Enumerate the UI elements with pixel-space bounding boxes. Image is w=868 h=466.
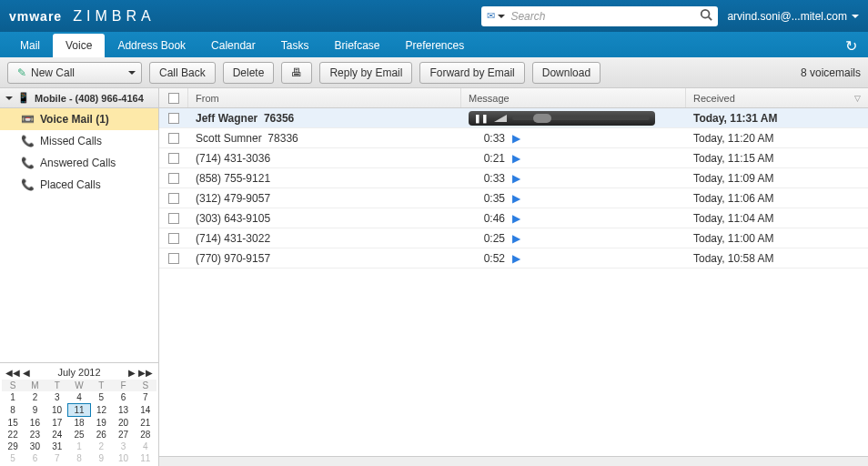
calendar-day[interactable]: 19 xyxy=(90,417,112,430)
tab-voice[interactable]: Voice xyxy=(53,34,105,57)
tab-tasks[interactable]: Tasks xyxy=(268,34,322,57)
calendar-day[interactable]: 3 xyxy=(112,441,134,452)
play-icon[interactable]: ▶ xyxy=(512,132,520,145)
voicemail-row[interactable]: (858) 755-91210:33▶Today, 11:09 AM xyxy=(159,168,868,188)
calendar-day[interactable]: 5 xyxy=(2,452,24,464)
volume-icon[interactable] xyxy=(494,115,507,122)
tab-preferences[interactable]: Preferences xyxy=(393,34,478,57)
calendar-day[interactable]: 9 xyxy=(90,452,112,464)
calendar-day[interactable]: 8 xyxy=(68,452,90,464)
calendar-day[interactable]: 6 xyxy=(112,391,134,404)
calendar-day[interactable]: 7 xyxy=(46,452,68,464)
sidebar-item-missed[interactable]: 📞Missed Calls xyxy=(0,130,158,152)
calendar-day[interactable]: 8 xyxy=(2,404,24,417)
calendar-day[interactable]: 3 xyxy=(46,391,68,404)
row-checkbox[interactable] xyxy=(159,213,188,224)
voicemail-row[interactable]: Scott Sumner 783360:33▶Today, 11:20 AM xyxy=(159,128,868,148)
print-button[interactable]: 🖶 xyxy=(281,62,312,84)
search-type-dropdown[interactable]: ✉ xyxy=(487,10,505,22)
row-checkbox[interactable] xyxy=(159,233,188,244)
calendar-day[interactable]: 11 xyxy=(135,452,156,464)
player-thumb[interactable] xyxy=(533,114,551,123)
calendar-next[interactable]: ▶ ▶▶ xyxy=(128,367,153,378)
tab-mail[interactable]: Mail xyxy=(7,34,53,57)
calendar-day[interactable]: 9 xyxy=(24,404,45,417)
row-checkbox[interactable] xyxy=(159,133,188,144)
row-checkbox[interactable] xyxy=(159,153,188,164)
play-icon[interactable]: ▶ xyxy=(512,212,520,225)
calendar-day[interactable]: 31 xyxy=(46,441,68,452)
forward-by-email-button[interactable]: Forward by Email xyxy=(419,62,524,84)
delete-button[interactable]: Delete xyxy=(223,62,275,84)
audio-player[interactable]: ❚❚ xyxy=(469,111,655,126)
tab-address-book[interactable]: Address Book xyxy=(105,34,198,57)
calendar-day[interactable]: 23 xyxy=(24,429,45,441)
search-box[interactable]: ✉ xyxy=(481,6,718,26)
calendar-prev[interactable]: ◀◀ ◀ xyxy=(5,367,30,378)
play-icon[interactable]: ▶ xyxy=(512,172,520,185)
tab-briefcase[interactable]: Briefcase xyxy=(321,34,392,57)
calendar-day[interactable]: 27 xyxy=(112,429,134,441)
new-call-button[interactable]: ✎ New Call xyxy=(7,62,142,84)
row-checkbox[interactable] xyxy=(159,173,188,184)
user-menu[interactable]: arvind.soni@...mitel.com xyxy=(727,10,859,23)
calendar-day[interactable]: 29 xyxy=(2,441,24,452)
voicemail-row[interactable]: (312) 479-90570:35▶Today, 11:06 AM xyxy=(159,188,868,208)
calendar-day[interactable]: 5 xyxy=(90,391,112,404)
calendar-day[interactable]: 10 xyxy=(112,452,134,464)
calendar-day[interactable]: 12 xyxy=(90,404,112,417)
calendar-day[interactable]: 2 xyxy=(90,441,112,452)
pause-icon[interactable]: ❚❚ xyxy=(474,114,489,123)
play-icon[interactable]: ▶ xyxy=(512,232,520,245)
calendar-day[interactable]: 1 xyxy=(2,391,24,404)
play-icon[interactable]: ▶ xyxy=(512,192,520,205)
sidebar-item-voicemail[interactable]: 📼Voice Mail (1) xyxy=(0,108,158,130)
sidebar-item-answered[interactable]: 📞Answered Calls xyxy=(0,152,158,174)
row-checkbox[interactable] xyxy=(159,193,188,204)
row-checkbox[interactable] xyxy=(159,253,188,264)
calendar-day[interactable]: 17 xyxy=(46,417,68,430)
calendar-day[interactable]: 6 xyxy=(24,452,45,464)
tab-calendar[interactable]: Calendar xyxy=(198,34,268,57)
calendar-day[interactable]: 20 xyxy=(112,417,134,430)
reply-by-email-button[interactable]: Reply by Email xyxy=(319,62,412,84)
column-from[interactable]: From xyxy=(188,88,461,107)
calendar-day[interactable]: 4 xyxy=(135,441,156,452)
play-icon[interactable]: ▶ xyxy=(512,252,520,265)
voicemail-row[interactable]: (770) 970-91570:52▶Today, 10:58 AM xyxy=(159,248,868,268)
calendar-day[interactable]: 4 xyxy=(68,391,90,404)
sidebar-item-placed[interactable]: 📞Placed Calls xyxy=(0,174,158,196)
calendar-day[interactable]: 24 xyxy=(46,429,68,441)
column-received[interactable]: Received ▽ xyxy=(686,88,868,107)
calendar-day[interactable]: 30 xyxy=(24,441,45,452)
calendar-day[interactable]: 1 xyxy=(68,441,90,452)
voicemail-row[interactable]: (714) 431-30360:21▶Today, 11:15 AM xyxy=(159,148,868,168)
column-message[interactable]: Message xyxy=(461,88,686,107)
row-checkbox[interactable] xyxy=(159,113,188,124)
voicemail-row[interactable]: (714) 431-30220:25▶Today, 11:00 AM xyxy=(159,228,868,248)
refresh-icon[interactable]: ↻ xyxy=(845,37,857,55)
player-track[interactable] xyxy=(512,116,650,120)
play-icon[interactable]: ▶ xyxy=(512,152,520,165)
calendar-day[interactable]: 22 xyxy=(2,429,24,441)
calendar-day[interactable]: 18 xyxy=(68,417,90,430)
calendar-day[interactable]: 10 xyxy=(46,404,68,417)
voicemail-row[interactable]: Jeff Wagner 76356❚❚Today, 11:31 AM xyxy=(159,108,868,128)
calendar-day[interactable]: 21 xyxy=(135,417,156,430)
calendar-day[interactable]: 15 xyxy=(2,417,24,430)
voicemail-row[interactable]: (303) 643-91050:46▶Today, 11:04 AM xyxy=(159,208,868,228)
select-all-checkbox[interactable] xyxy=(159,88,188,107)
download-button[interactable]: Download xyxy=(532,62,601,84)
calendar-day[interactable]: 16 xyxy=(24,417,45,430)
calendar-day[interactable]: 11 xyxy=(68,404,90,417)
calendar-day[interactable]: 14 xyxy=(135,404,156,417)
calendar-day[interactable]: 2 xyxy=(24,391,45,404)
calendar-day[interactable]: 7 xyxy=(135,391,156,404)
calendar-day[interactable]: 25 xyxy=(68,429,90,441)
calendar-day[interactable]: 26 xyxy=(90,429,112,441)
account-header[interactable]: 📱 Mobile - (408) 966-4164 xyxy=(0,88,158,108)
calendar-day[interactable]: 28 xyxy=(135,429,156,441)
search-input[interactable] xyxy=(510,10,694,23)
calendar-day[interactable]: 13 xyxy=(112,404,134,417)
search-icon[interactable] xyxy=(700,8,712,24)
